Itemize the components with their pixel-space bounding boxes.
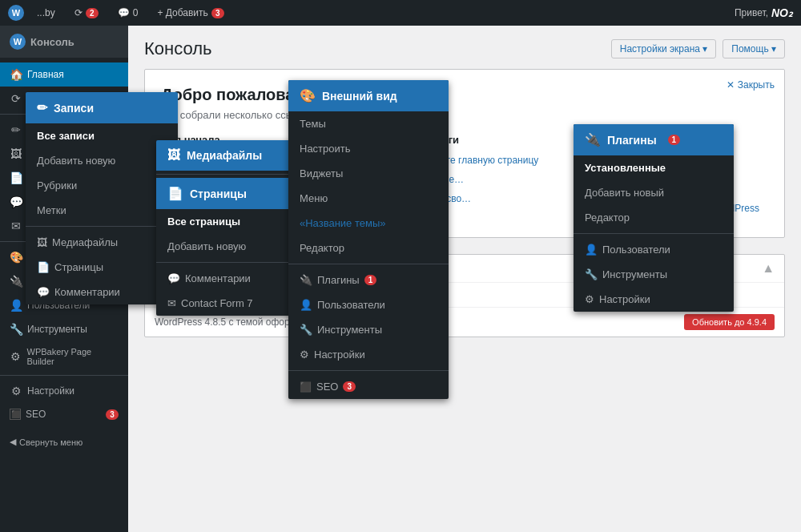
flyout-seo-icon: ⬛ xyxy=(300,381,312,393)
flyout-pages-link[interactable]: 📄 Страницы xyxy=(26,255,178,280)
flyout-plugins-header-badge: 1 xyxy=(668,135,681,145)
wp-logo[interactable]: W xyxy=(8,5,24,21)
welcome-close-btn[interactable]: ✕ Закрыть xyxy=(727,79,775,91)
flyout-users-link[interactable]: 👤 Пользователи xyxy=(288,292,449,317)
flyout-themes[interactable]: Темы xyxy=(288,111,449,136)
flyout-tools-icon: 🔧 xyxy=(300,324,312,336)
flyout-plugins-link[interactable]: 🔌 Плагины 1 xyxy=(288,268,449,292)
flyout-tools-link[interactable]: 🔧 Инструменты xyxy=(288,317,449,342)
flyout-posts-icon: ✏ xyxy=(37,100,47,115)
flyout-plugins-settings[interactable]: ⚙ Настройки xyxy=(574,287,734,312)
updates-link[interactable]: ⟳ 2 xyxy=(68,0,105,26)
flyout-plugins-tools[interactable]: 🔧 Инструменты xyxy=(574,262,734,287)
wpbakery-icon: ⚙ xyxy=(10,350,22,363)
screen-options-btn[interactable]: Настройки экрана ▾ xyxy=(611,39,717,58)
sidebar-wp-icon: W xyxy=(10,34,26,50)
collapse-label: Свернуть меню xyxy=(19,437,83,447)
sidebar-item-wpbakery[interactable]: ⚙ WPBakery Page Builder xyxy=(0,341,128,372)
flyout-comments-icon: 💬 xyxy=(37,286,50,298)
admin-bar: W ...by ⟳ 2 💬 0 + Добавить 3 Привет, NO₂ xyxy=(0,0,801,26)
media-icon: 🖼 xyxy=(10,147,22,160)
add-new-link[interactable]: + Добавить 3 xyxy=(151,0,230,26)
flyout-media-header-icon: 🖼 xyxy=(167,148,180,163)
site-name[interactable]: ...by xyxy=(30,0,62,26)
sidebar-console-label: Консоль xyxy=(30,36,74,48)
flyout-appearance-header: 🎨 Внешний вид xyxy=(288,80,449,111)
flyout-appearance-title: Внешний вид xyxy=(322,90,397,103)
update-wp-btn[interactable]: Обновить до 4.9.4 xyxy=(684,314,775,330)
flyout-plugins-header-icon: 🔌 xyxy=(585,132,601,147)
flyout-plugins-menu: 🔌 Плагины 1 Установленные Добавить новый… xyxy=(574,124,734,312)
flyout-plugins-header: 🔌 Плагины 1 xyxy=(574,124,734,155)
sidebar-settings-label: Настройки xyxy=(27,385,74,397)
flyout-posts-title: Записи xyxy=(54,102,94,115)
comments-icon: 💬 xyxy=(10,195,22,208)
flyout-installed-plugins[interactable]: Установленные xyxy=(574,155,734,180)
flyout-media-link[interactable]: 🖼 Медиафайлы xyxy=(26,230,178,255)
sidebar-home-label: Главная xyxy=(27,69,64,80)
sidebar-item-tools[interactable]: 🔧 Инструменты xyxy=(0,317,128,341)
add-badge: 3 xyxy=(211,8,224,18)
sidebar-item-home[interactable]: 🏠 Главная xyxy=(0,62,128,87)
flyout-add-plugin[interactable]: Добавить новый xyxy=(574,180,734,205)
collapse-menu-btn[interactable]: ◀ Свернуть меню xyxy=(0,430,128,453)
sidebar-tools-label: Инструменты xyxy=(27,324,87,335)
flyout-pages-icon: 📄 xyxy=(37,261,50,273)
home-icon: 🏠 xyxy=(10,68,22,81)
flyout-customize[interactable]: Настроить xyxy=(288,136,449,161)
admin-bar-right: Привет, NO₂ xyxy=(735,6,793,19)
sidebar-item-seo[interactable]: ⬛ SEO 3 xyxy=(0,403,128,425)
sidebar-seo-label: SEO xyxy=(26,409,46,420)
flyout-media-icon: 🖼 xyxy=(37,236,47,248)
flyout-all-posts[interactable]: Все записи xyxy=(26,123,178,148)
flyout-appearance-menu: 🎨 Внешний вид Темы Настроить Виджеты Мен… xyxy=(288,80,449,399)
flyout-users-icon: 👤 xyxy=(300,299,312,311)
updates-badge: 2 xyxy=(86,8,99,18)
flyout-plugins-users[interactable]: 👤 Пользователи xyxy=(574,237,734,262)
posts-icon: ✏ xyxy=(10,123,22,136)
appearance-icon: 🎨 xyxy=(10,251,22,264)
flyout-plugins-link-icon: 🔌 xyxy=(300,274,312,286)
flyout-seo-link[interactable]: ⬛ SEO 3 xyxy=(288,374,449,399)
flyout-cf7-item-icon: ✉ xyxy=(167,297,176,309)
flyout-settings-link[interactable]: ⚙ Настройки xyxy=(288,342,449,367)
content-header: Консоль Настройки экрана ▾ Помощь ▾ xyxy=(128,26,801,69)
flyout-plugins-badge: 1 xyxy=(364,275,377,285)
flyout-plugins-users-icon: 👤 xyxy=(585,244,598,256)
settings-icon: ⚙ xyxy=(10,385,22,397)
flyout-seo-badge: 3 xyxy=(343,381,356,392)
flyout-categories[interactable]: Рубрики xyxy=(26,173,178,198)
flyout-plugins-tools-icon: 🔧 xyxy=(585,268,598,280)
at-glance-toggle[interactable]: ▲ xyxy=(762,261,775,276)
comments-link[interactable]: 💬 0 xyxy=(111,0,145,26)
sidebar-item-settings[interactable]: ⚙ Настройки xyxy=(0,379,128,403)
flyout-add-post[interactable]: Добавить новую xyxy=(26,148,178,173)
pages-icon: 📄 xyxy=(10,171,22,184)
flyout-theme-name[interactable]: «Название темы» xyxy=(288,211,449,236)
flyout-pages-header-title: Страницы xyxy=(190,187,247,200)
plugins-icon: 🔌 xyxy=(10,275,22,288)
flyout-pages-header-icon: 📄 xyxy=(167,186,183,201)
flyout-editor[interactable]: Редактор xyxy=(288,236,449,260)
welcome-subtitle: Мы собрали несколько ссылок для вашего у… xyxy=(161,109,768,121)
flyout-plugins-settings-icon: ⚙ xyxy=(585,293,594,305)
users-icon: 👤 xyxy=(10,299,22,312)
flyout-widgets[interactable]: Виджеты xyxy=(288,161,449,186)
flyout-posts-header: ✏ Записи xyxy=(26,92,178,123)
welcome-title: Добро пожаловать в WordPress! xyxy=(161,86,768,104)
header-actions: Настройки экрана ▾ Помощь ▾ xyxy=(611,39,785,58)
updates-icon: ⟳ xyxy=(10,92,22,105)
flyout-comments-item-icon: 💬 xyxy=(167,272,180,284)
flyout-appearance-icon: 🎨 xyxy=(300,88,316,103)
flyout-comments-link[interactable]: 💬 Комментарии xyxy=(26,280,178,304)
flyout-plugin-editor[interactable]: Редактор xyxy=(574,205,734,230)
flyout-tags[interactable]: Метки xyxy=(26,198,178,223)
sidebar-wpbakery-label: WPBakery Page Builder xyxy=(27,347,119,366)
help-btn[interactable]: Помощь ▾ xyxy=(723,39,785,58)
sidebar-logo: W Консоль xyxy=(0,26,128,58)
flyout-media-title: Медиафайлы xyxy=(187,149,262,162)
flyout-settings-icon: ⚙ xyxy=(300,349,309,361)
flyout-menus[interactable]: Меню xyxy=(288,186,449,211)
seo-sidebar-badge: 3 xyxy=(106,409,119,420)
cf7-icon: ✉ xyxy=(10,220,22,232)
